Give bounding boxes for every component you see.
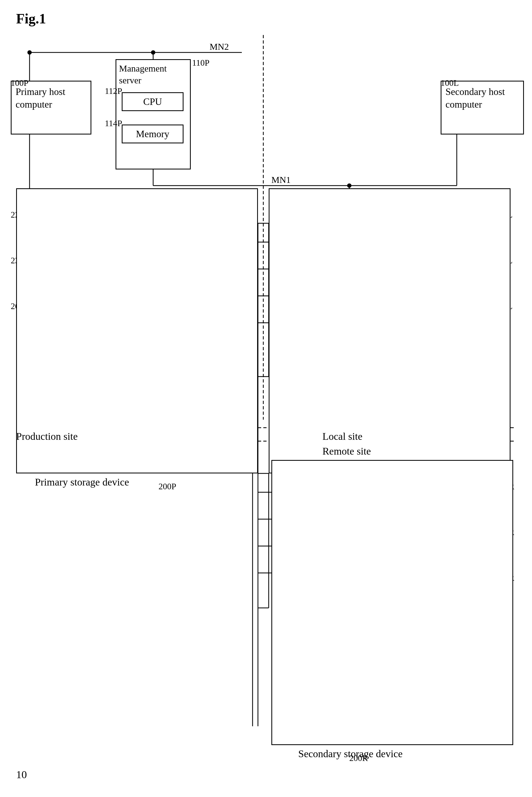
remote-site-label: Remote site [322, 445, 371, 457]
svg-point-10 [347, 183, 352, 188]
primary-host-box: Primary host computer [11, 81, 91, 134]
ref-200r: 200R [349, 753, 368, 763]
mgmt-memory-box: Memory [122, 125, 184, 143]
mn1-label: MN1 [271, 175, 291, 185]
mn2-label: MN2 [210, 42, 229, 52]
ref-100l: 100L [441, 78, 459, 88]
svg-point-5 [151, 50, 155, 55]
primary-storage-label: Primary storage device [35, 476, 129, 488]
mgmt-cpu-box: CPU [122, 92, 184, 111]
remote-storage-outer-box [271, 460, 513, 745]
local-site-label: Local site [322, 430, 362, 442]
ref-114p: 114P [105, 119, 122, 128]
figure-title: Fig.1 [16, 11, 46, 26]
production-site-label: Production site [16, 430, 78, 442]
mgmt-memory-label: Memory [136, 128, 169, 140]
management-server-label: Management server [119, 63, 190, 86]
ref-110p: 110P [192, 58, 210, 68]
secondary-local-storage-outer-box [269, 188, 511, 473]
page-number: 10 [16, 768, 27, 781]
ref-112p: 112P [105, 86, 122, 96]
ref-100p: 100P [11, 78, 28, 88]
ref-200p: 200P [158, 482, 176, 491]
management-server-box: Management server CPU Memory [116, 59, 191, 169]
svg-point-4 [27, 50, 32, 55]
mgmt-cpu-label: CPU [143, 96, 162, 107]
secondary-host-box: Secondary host computer [441, 81, 524, 134]
